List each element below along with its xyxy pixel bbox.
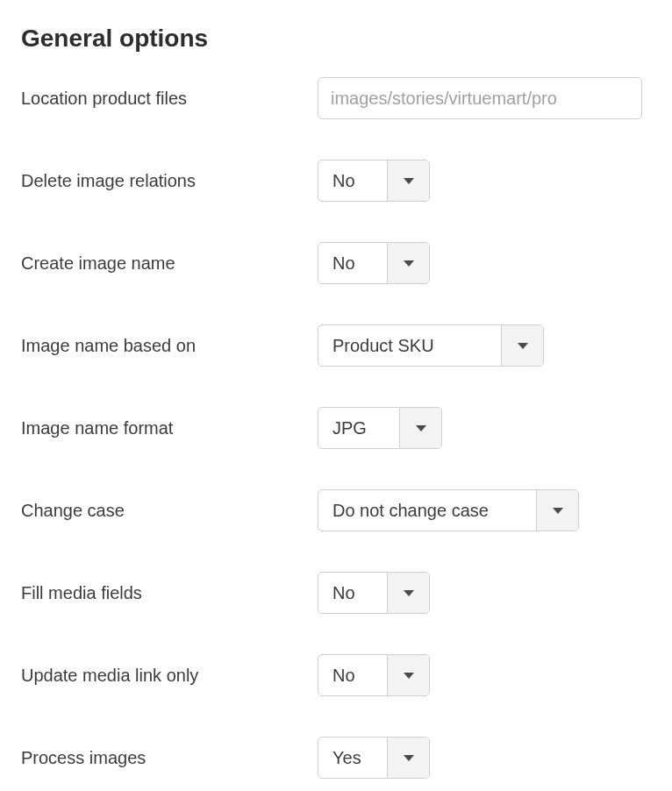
select-value: No [318,573,387,613]
caret-down-icon [553,508,563,514]
select-value: Do not change case [318,490,536,531]
dropdown-toggle [536,490,578,531]
label-process-images: Process images [21,748,318,768]
dropdown-toggle [387,573,429,613]
select-value: No [318,160,387,201]
dropdown-toggle [387,655,429,695]
row-process-images: Process images Yes [21,737,651,779]
caret-down-icon [404,755,414,761]
label-create-image-name: Create image name [21,253,318,274]
select-value: Yes [318,738,387,778]
label-change-case: Change case [21,501,318,521]
select-value: Product SKU [318,325,501,366]
select-value: JPG [318,408,399,448]
select-process-images[interactable]: Yes [318,737,430,779]
caret-down-icon [404,178,414,184]
select-change-case[interactable]: Do not change case [318,489,579,531]
select-delete-image-relations[interactable]: No [318,160,430,202]
label-delete-image-relations: Delete image relations [21,171,318,191]
caret-down-icon [404,590,414,596]
select-image-name-based-on[interactable]: Product SKU [318,324,544,367]
select-create-image-name[interactable]: No [318,242,430,284]
row-create-image-name: Create image name No [21,242,651,284]
select-fill-media-fields[interactable]: No [318,572,430,614]
row-delete-image-relations: Delete image relations No [21,160,651,202]
caret-down-icon [518,343,528,349]
row-image-name-format: Image name format JPG [21,407,651,449]
select-update-media-link-only[interactable]: No [318,654,430,696]
select-image-name-format[interactable]: JPG [318,407,442,449]
dropdown-toggle [501,325,543,366]
caret-down-icon [404,260,414,267]
row-fill-media-fields: Fill media fields No [21,572,651,614]
label-image-name-format: Image name format [21,418,318,438]
label-location-product-files: Location product files [21,89,318,109]
row-location-product-files: Location product files [21,77,651,119]
select-value: No [318,243,387,283]
dropdown-toggle [399,408,441,448]
row-image-name-based-on: Image name based on Product SKU [21,324,651,367]
input-location-product-files[interactable] [318,77,642,119]
dropdown-toggle [387,738,429,778]
row-change-case: Change case Do not change case [21,489,651,531]
label-image-name-based-on: Image name based on [21,336,318,356]
label-fill-media-fields: Fill media fields [21,583,318,603]
caret-down-icon [404,673,414,679]
dropdown-toggle [387,243,429,283]
row-update-media-link-only: Update media link only No [21,654,651,696]
section-heading: General options [21,25,651,53]
label-update-media-link-only: Update media link only [21,666,318,686]
caret-down-icon [416,425,426,431]
select-value: No [318,655,387,695]
dropdown-toggle [387,160,429,201]
